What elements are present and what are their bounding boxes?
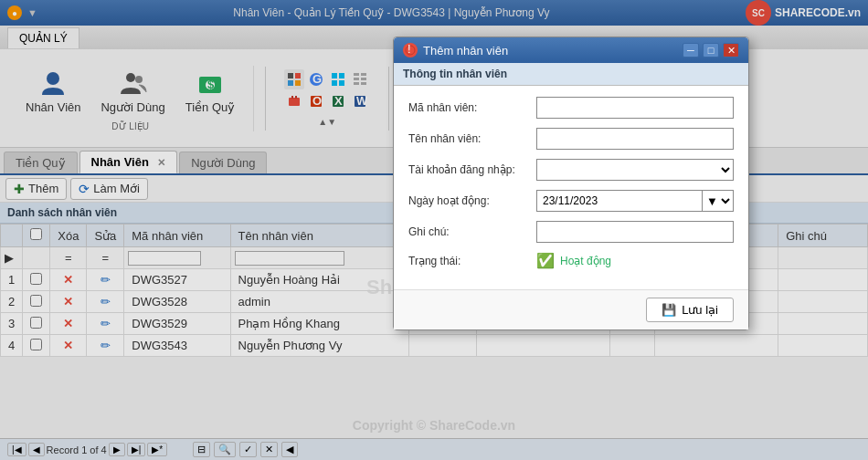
them-nhan-vien-dialog: ! Thêm nhân viên ─ □ ✕ Thông tin nhân vi…: [393, 37, 749, 330]
dialog-controls: ─ □ ✕: [683, 43, 739, 58]
form-row-ngay: Ngày hoạt động: 23/11/2023 ▼: [408, 190, 734, 212]
form-label-tk: Tài khoản đăng nhập:: [408, 163, 536, 176]
form-input-ma[interactable]: [536, 97, 734, 119]
btn-luu-label: Lưu lại: [682, 303, 718, 317]
dialog-close-btn[interactable]: ✕: [723, 43, 739, 58]
status-active-label: Hoạt động: [560, 255, 611, 267]
form-status: ✅ Hoạt động: [536, 252, 611, 269]
dialog-body: Mã nhân viên: Tên nhân viên: Tài khoản đ…: [394, 86, 748, 289]
form-row-ghi-chu: Ghi chú:: [408, 221, 734, 243]
luu-icon: 💾: [662, 303, 676, 317]
dialog-titlebar: ! Thêm nhân viên ─ □ ✕: [394, 37, 748, 63]
form-label-ten: Tên nhân viên:: [408, 132, 536, 145]
form-label-ghi-chu: Ghi chú:: [408, 225, 536, 238]
form-input-ten[interactable]: [536, 128, 734, 150]
svg-text:!: !: [408, 45, 411, 56]
dialog-minimize-btn[interactable]: ─: [683, 43, 699, 58]
dialog-section-title: Thông tin nhân viên: [394, 63, 748, 86]
form-select-tk[interactable]: [536, 159, 734, 181]
form-row-ma: Mã nhân viên:: [408, 97, 734, 119]
form-ngay-select[interactable]: ▼: [702, 190, 734, 212]
form-row-tk: Tài khoản đăng nhập:: [408, 159, 734, 181]
form-label-ma: Mã nhân viên:: [408, 101, 536, 114]
status-active-icon: ✅: [536, 252, 555, 269]
form-input-ghi-chu[interactable]: [536, 221, 734, 243]
form-row-ten: Tên nhân viên:: [408, 128, 734, 150]
dialog-title-left: ! Thêm nhân viên: [403, 43, 508, 58]
form-label-ngay: Ngày hoạt động:: [408, 194, 536, 207]
dialog-maximize-btn[interactable]: □: [703, 43, 719, 58]
form-row-trang-thai: Trạng thái: ✅ Hoạt động: [408, 252, 734, 269]
dialog-footer: 💾 Lưu lại: [394, 289, 748, 329]
form-label-trang-thai: Trạng thái:: [408, 255, 536, 267]
btn-luu-lai[interactable]: 💾 Lưu lại: [646, 298, 734, 322]
dialog-title-text: Thêm nhân viên: [423, 44, 508, 58]
dialog-title-icon: !: [403, 43, 418, 58]
form-input-ngay[interactable]: 23/11/2023: [536, 190, 702, 212]
